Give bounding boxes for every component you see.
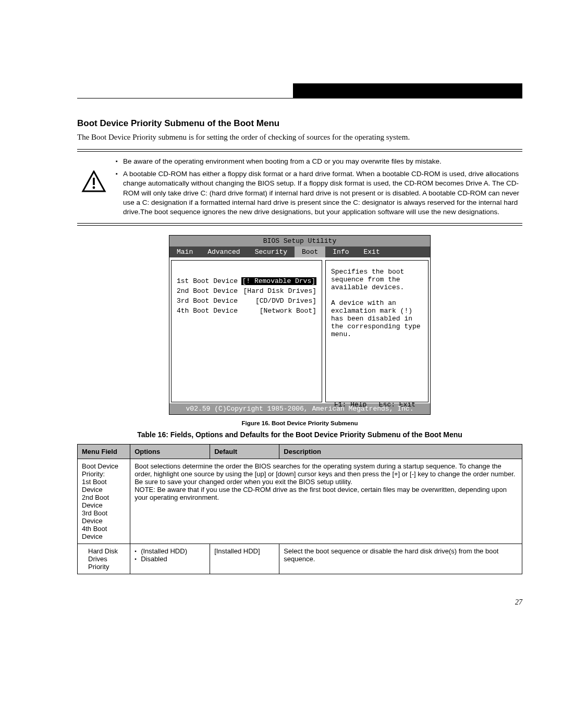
notice-bot-rule-2 (77, 225, 522, 226)
bios-right-panel: Specifies the boot sequence from the ava… (325, 260, 429, 402)
th-menu-field: Menu Field (78, 445, 130, 459)
bios-row-value: [Network Boot] (260, 307, 316, 315)
top-rule (77, 98, 522, 98)
bios-footer: v02.59 (C)Copyright 1985-2006, American … (169, 403, 430, 414)
bios-tab-boot[interactable]: Boot (295, 246, 325, 257)
table-row: Boot Device Priority: 1st Boot Device 2n… (78, 459, 522, 544)
notice-block: Be aware of the operating environment wh… (77, 149, 522, 226)
notice-bot-rule-1 (77, 223, 522, 224)
bios-help-text: Specifies the boot sequence from the ava… (331, 268, 423, 338)
cell-desc: Select the boot sequence or disable the … (279, 544, 522, 574)
table-row: Hard Disk Drives Priority (Installed HDD… (78, 544, 522, 574)
notice-top-rule-1 (77, 149, 522, 150)
notice-item-1: Be aware of the operating environment wh… (116, 157, 522, 166)
svg-point-1 (93, 187, 95, 189)
section-title: Boot Device Priority Submenu of the Boot… (77, 118, 522, 129)
cell-merged-desc: Boot selections determine the order the … (130, 459, 522, 544)
cell-default: [Installed HDD] (210, 544, 279, 574)
bios-row-label: 1st Boot Device (177, 277, 238, 285)
bios-tabs: Main Advanced Security Boot Info Exit (169, 246, 430, 257)
page-number: 27 (77, 598, 522, 607)
notice-top-rule-2 (77, 151, 522, 152)
intro-paragraph: The Boot Device Priority submenu is for … (77, 133, 522, 142)
bios-tab-info[interactable]: Info (325, 246, 356, 257)
warning-icon (81, 170, 106, 195)
option-item: Disabled (134, 555, 205, 563)
bios-row-label: 2nd Boot Device (177, 287, 238, 295)
bios-row-label: 4th Boot Device (177, 307, 238, 315)
bios-row-value: [! Removable Drvs] (241, 277, 316, 285)
bios-row-label: 3rd Boot Device (177, 297, 238, 305)
option-item: (Installed HDD) (134, 547, 205, 555)
th-options: Options (130, 445, 210, 459)
bios-row-1[interactable]: 1st Boot Device [! Removable Drvs] (177, 277, 316, 285)
bios-row-2[interactable]: 2nd Boot Device [Hard Disk Drives] (177, 287, 316, 295)
bios-row-4[interactable]: 4th Boot Device [Network Boot] (177, 307, 316, 315)
table-caption: Table 16: Fields, Options and Defaults f… (77, 430, 522, 439)
bios-tab-advanced[interactable]: Advanced (200, 246, 247, 257)
notice-item-2: A bootable CD-ROM has either a floppy di… (116, 169, 522, 217)
cell-options: (Installed HDD) Disabled (130, 544, 210, 574)
th-description: Description (279, 445, 522, 459)
bios-row-value: [Hard Disk Drives] (243, 287, 316, 295)
bios-left-panel: 1st Boot Device [! Removable Drvs] 2nd B… (171, 260, 322, 402)
figure-caption: Figure 16. Boot Device Priority Submenu (77, 420, 522, 426)
header-black-bar (293, 83, 522, 98)
options-table: Menu Field Options Default Description B… (77, 444, 522, 574)
cell-field: Hard Disk Drives Priority (78, 544, 130, 574)
bios-window: BIOS Setup Utility Main Advanced Securit… (169, 235, 431, 415)
bios-row-value: [CD/DVD Drives] (255, 297, 316, 305)
svg-rect-0 (93, 178, 95, 185)
bios-row-3[interactable]: 3rd Boot Device [CD/DVD Drives] (177, 297, 316, 305)
bios-tab-security[interactable]: Security (248, 246, 295, 257)
bios-tab-main[interactable]: Main (169, 246, 200, 257)
bios-title: BIOS Setup Utility (169, 236, 430, 246)
cell-field: Boot Device Priority: 1st Boot Device 2n… (78, 459, 130, 544)
th-default: Default (210, 445, 279, 459)
bios-tab-exit[interactable]: Exit (357, 246, 387, 257)
